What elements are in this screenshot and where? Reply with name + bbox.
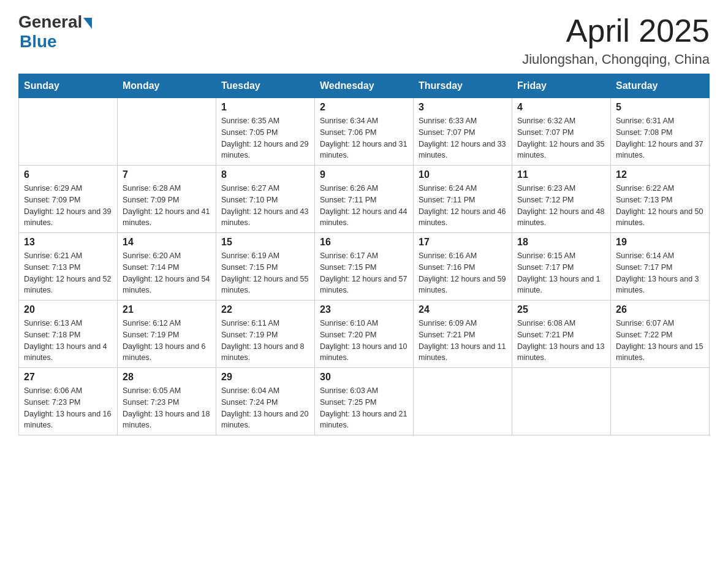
day-info: Sunrise: 6:03 AMSunset: 7:25 PMDaylight:… <box>320 385 408 431</box>
day-info: Sunrise: 6:11 AMSunset: 7:19 PMDaylight:… <box>221 318 309 364</box>
calendar-cell: 2Sunrise: 6:34 AMSunset: 7:06 PMDaylight… <box>315 98 414 166</box>
day-info: Sunrise: 6:35 AMSunset: 7:05 PMDaylight:… <box>221 115 309 161</box>
calendar-cell: 27Sunrise: 6:06 AMSunset: 7:23 PMDayligh… <box>19 368 118 435</box>
day-number: 21 <box>123 304 211 315</box>
calendar-cell <box>512 368 611 435</box>
day-number: 8 <box>221 169 309 180</box>
day-info: Sunrise: 6:10 AMSunset: 7:20 PMDaylight:… <box>320 318 408 364</box>
location-subtitle: Jiulongshan, Chongqing, China <box>522 52 710 67</box>
day-number: 19 <box>616 237 704 248</box>
calendar-cell: 21Sunrise: 6:12 AMSunset: 7:19 PMDayligh… <box>118 301 216 368</box>
day-info: Sunrise: 6:13 AMSunset: 7:18 PMDaylight:… <box>24 318 112 364</box>
calendar-cell: 10Sunrise: 6:24 AMSunset: 7:11 PMDayligh… <box>414 166 512 233</box>
day-number: 29 <box>221 372 309 383</box>
calendar-cell: 7Sunrise: 6:28 AMSunset: 7:09 PMDaylight… <box>118 166 216 233</box>
day-info: Sunrise: 6:17 AMSunset: 7:15 PMDaylight:… <box>320 250 408 296</box>
day-info: Sunrise: 6:21 AMSunset: 7:13 PMDaylight:… <box>24 250 112 296</box>
day-info: Sunrise: 6:06 AMSunset: 7:23 PMDaylight:… <box>24 385 112 431</box>
day-number: 11 <box>517 169 605 180</box>
day-info: Sunrise: 6:34 AMSunset: 7:06 PMDaylight:… <box>320 115 408 161</box>
logo-general-text: General <box>18 12 82 32</box>
calendar-cell: 17Sunrise: 6:16 AMSunset: 7:16 PMDayligh… <box>414 233 512 301</box>
day-number: 9 <box>320 169 408 180</box>
week-row-4: 20Sunrise: 6:13 AMSunset: 7:18 PMDayligh… <box>19 301 710 368</box>
column-header-saturday: Saturday <box>611 74 710 98</box>
day-info: Sunrise: 6:32 AMSunset: 7:07 PMDaylight:… <box>517 115 605 161</box>
calendar-cell: 4Sunrise: 6:32 AMSunset: 7:07 PMDaylight… <box>512 98 611 166</box>
calendar-cell: 15Sunrise: 6:19 AMSunset: 7:15 PMDayligh… <box>216 233 315 301</box>
calendar-cell: 6Sunrise: 6:29 AMSunset: 7:09 PMDaylight… <box>19 166 118 233</box>
week-row-3: 13Sunrise: 6:21 AMSunset: 7:13 PMDayligh… <box>19 233 710 301</box>
day-info: Sunrise: 6:16 AMSunset: 7:16 PMDaylight:… <box>419 250 507 296</box>
day-number: 4 <box>517 102 605 113</box>
column-header-thursday: Thursday <box>414 74 512 98</box>
calendar-header: SundayMondayTuesdayWednesdayThursdayFrid… <box>19 74 710 98</box>
calendar-cell <box>19 98 118 166</box>
day-number: 7 <box>123 169 211 180</box>
column-header-wednesday: Wednesday <box>315 74 414 98</box>
calendar-cell: 3Sunrise: 6:33 AMSunset: 7:07 PMDaylight… <box>414 98 512 166</box>
calendar-cell: 20Sunrise: 6:13 AMSunset: 7:18 PMDayligh… <box>19 301 118 368</box>
header-row: SundayMondayTuesdayWednesdayThursdayFrid… <box>19 74 710 98</box>
calendar-cell: 26Sunrise: 6:07 AMSunset: 7:22 PMDayligh… <box>611 301 710 368</box>
calendar-cell: 23Sunrise: 6:10 AMSunset: 7:20 PMDayligh… <box>315 301 414 368</box>
day-info: Sunrise: 6:31 AMSunset: 7:08 PMDaylight:… <box>616 115 704 161</box>
week-row-1: 1Sunrise: 6:35 AMSunset: 7:05 PMDaylight… <box>19 98 710 166</box>
column-header-friday: Friday <box>512 74 611 98</box>
calendar-cell: 30Sunrise: 6:03 AMSunset: 7:25 PMDayligh… <box>315 368 414 435</box>
week-row-2: 6Sunrise: 6:29 AMSunset: 7:09 PMDaylight… <box>19 166 710 233</box>
day-info: Sunrise: 6:24 AMSunset: 7:11 PMDaylight:… <box>419 183 507 229</box>
day-number: 18 <box>517 237 605 248</box>
calendar-cell: 12Sunrise: 6:22 AMSunset: 7:13 PMDayligh… <box>611 166 710 233</box>
day-number: 12 <box>616 169 704 180</box>
day-number: 3 <box>419 102 507 113</box>
day-info: Sunrise: 6:26 AMSunset: 7:11 PMDaylight:… <box>320 183 408 229</box>
calendar-cell: 22Sunrise: 6:11 AMSunset: 7:19 PMDayligh… <box>216 301 315 368</box>
calendar-cell: 16Sunrise: 6:17 AMSunset: 7:15 PMDayligh… <box>315 233 414 301</box>
day-info: Sunrise: 6:08 AMSunset: 7:21 PMDaylight:… <box>517 318 605 364</box>
calendar-body: 1Sunrise: 6:35 AMSunset: 7:05 PMDaylight… <box>19 98 710 435</box>
day-number: 22 <box>221 304 309 315</box>
calendar-cell: 1Sunrise: 6:35 AMSunset: 7:05 PMDaylight… <box>216 98 315 166</box>
day-number: 14 <box>123 237 211 248</box>
calendar-cell <box>414 368 512 435</box>
day-info: Sunrise: 6:20 AMSunset: 7:14 PMDaylight:… <box>123 250 211 296</box>
day-info: Sunrise: 6:09 AMSunset: 7:21 PMDaylight:… <box>419 318 507 364</box>
day-number: 28 <box>123 372 211 383</box>
day-info: Sunrise: 6:29 AMSunset: 7:09 PMDaylight:… <box>24 183 112 229</box>
calendar-cell: 28Sunrise: 6:05 AMSunset: 7:23 PMDayligh… <box>118 368 216 435</box>
calendar-cell: 19Sunrise: 6:14 AMSunset: 7:17 PMDayligh… <box>611 233 710 301</box>
calendar-table: SundayMondayTuesdayWednesdayThursdayFrid… <box>18 74 710 435</box>
main-title: April 2025 <box>522 12 710 49</box>
day-number: 10 <box>419 169 507 180</box>
day-info: Sunrise: 6:28 AMSunset: 7:09 PMDaylight:… <box>123 183 211 229</box>
calendar-cell: 18Sunrise: 6:15 AMSunset: 7:17 PMDayligh… <box>512 233 611 301</box>
day-info: Sunrise: 6:07 AMSunset: 7:22 PMDaylight:… <box>616 318 704 364</box>
day-info: Sunrise: 6:27 AMSunset: 7:10 PMDaylight:… <box>221 183 309 229</box>
day-info: Sunrise: 6:33 AMSunset: 7:07 PMDaylight:… <box>419 115 507 161</box>
day-number: 5 <box>616 102 704 113</box>
day-info: Sunrise: 6:22 AMSunset: 7:13 PMDaylight:… <box>616 183 704 229</box>
logo: General Blue <box>18 12 92 52</box>
day-number: 2 <box>320 102 408 113</box>
day-number: 30 <box>320 372 408 383</box>
calendar-cell: 24Sunrise: 6:09 AMSunset: 7:21 PMDayligh… <box>414 301 512 368</box>
page-header: General Blue April 2025 Jiulongshan, Cho… <box>18 12 710 67</box>
day-number: 27 <box>24 372 112 383</box>
day-info: Sunrise: 6:12 AMSunset: 7:19 PMDaylight:… <box>123 318 211 364</box>
column-header-monday: Monday <box>118 74 216 98</box>
title-section: April 2025 Jiulongshan, Chongqing, China <box>522 12 710 67</box>
calendar-cell: 11Sunrise: 6:23 AMSunset: 7:12 PMDayligh… <box>512 166 611 233</box>
day-number: 17 <box>419 237 507 248</box>
calendar-cell <box>611 368 710 435</box>
calendar-cell: 13Sunrise: 6:21 AMSunset: 7:13 PMDayligh… <box>19 233 118 301</box>
calendar-cell: 9Sunrise: 6:26 AMSunset: 7:11 PMDaylight… <box>315 166 414 233</box>
day-info: Sunrise: 6:23 AMSunset: 7:12 PMDaylight:… <box>517 183 605 229</box>
day-number: 20 <box>24 304 112 315</box>
day-info: Sunrise: 6:04 AMSunset: 7:24 PMDaylight:… <box>221 385 309 431</box>
day-number: 24 <box>419 304 507 315</box>
calendar-cell: 5Sunrise: 6:31 AMSunset: 7:08 PMDaylight… <box>611 98 710 166</box>
day-number: 13 <box>24 237 112 248</box>
column-header-sunday: Sunday <box>19 74 118 98</box>
calendar-cell: 29Sunrise: 6:04 AMSunset: 7:24 PMDayligh… <box>216 368 315 435</box>
